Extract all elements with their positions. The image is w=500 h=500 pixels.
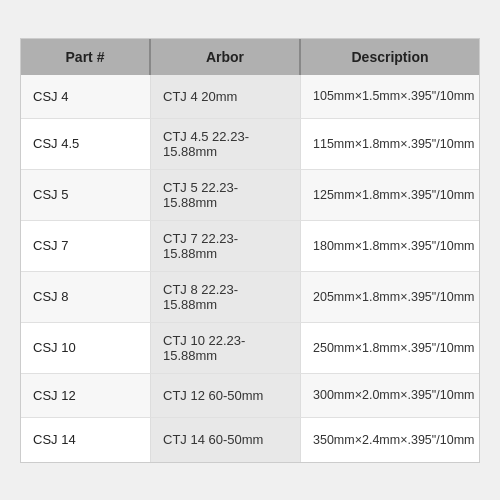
product-table: Part # Arbor Description CSJ 4CTJ 4 20mm… xyxy=(20,38,480,463)
header-part: Part # xyxy=(21,39,151,75)
table-row: CSJ 5CTJ 5 22.23-15.88mm125mm×1.8mm×.395… xyxy=(21,170,479,221)
cell-part-number: CSJ 14 xyxy=(21,418,151,462)
header-description: Description xyxy=(301,39,479,75)
cell-part-number: CSJ 5 xyxy=(21,170,151,220)
cell-arbor: CTJ 10 22.23-15.88mm xyxy=(151,323,301,373)
cell-arbor: CTJ 4 20mm xyxy=(151,75,301,118)
cell-arbor: CTJ 7 22.23-15.88mm xyxy=(151,221,301,271)
header-arbor: Arbor xyxy=(151,39,301,75)
cell-part-number: CSJ 7 xyxy=(21,221,151,271)
table-row: CSJ 4CTJ 4 20mm105mm×1.5mm×.395"/10mm xyxy=(21,75,479,119)
cell-part-number: CSJ 8 xyxy=(21,272,151,322)
cell-description: 125mm×1.8mm×.395"/10mm xyxy=(301,170,486,220)
cell-part-number: CSJ 4.5 xyxy=(21,119,151,169)
cell-arbor: CTJ 5 22.23-15.88mm xyxy=(151,170,301,220)
table-row: CSJ 7CTJ 7 22.23-15.88mm180mm×1.8mm×.395… xyxy=(21,221,479,272)
table-row: CSJ 14CTJ 14 60-50mm350mm×2.4mm×.395"/10… xyxy=(21,418,479,462)
table-row: CSJ 8CTJ 8 22.23-15.88mm205mm×1.8mm×.395… xyxy=(21,272,479,323)
cell-part-number: CSJ 4 xyxy=(21,75,151,118)
table-body: CSJ 4CTJ 4 20mm105mm×1.5mm×.395"/10mmCSJ… xyxy=(21,75,479,462)
table-row: CSJ 4.5CTJ 4.5 22.23-15.88mm115mm×1.8mm×… xyxy=(21,119,479,170)
cell-description: 205mm×1.8mm×.395"/10mm xyxy=(301,272,486,322)
cell-description: 250mm×1.8mm×.395"/10mm xyxy=(301,323,486,373)
cell-arbor: CTJ 8 22.23-15.88mm xyxy=(151,272,301,322)
cell-description: 180mm×1.8mm×.395"/10mm xyxy=(301,221,486,271)
cell-arbor: CTJ 12 60-50mm xyxy=(151,374,301,417)
table-header: Part # Arbor Description xyxy=(21,39,479,75)
cell-description: 350mm×2.4mm×.395"/10mm xyxy=(301,418,486,462)
cell-description: 105mm×1.5mm×.395"/10mm xyxy=(301,75,486,118)
table-row: CSJ 12CTJ 12 60-50mm300mm×2.0mm×.395"/10… xyxy=(21,374,479,418)
cell-arbor: CTJ 14 60-50mm xyxy=(151,418,301,462)
table-row: CSJ 10CTJ 10 22.23-15.88mm250mm×1.8mm×.3… xyxy=(21,323,479,374)
cell-description: 115mm×1.8mm×.395"/10mm xyxy=(301,119,486,169)
cell-description: 300mm×2.0mm×.395"/10mm xyxy=(301,374,486,417)
cell-arbor: CTJ 4.5 22.23-15.88mm xyxy=(151,119,301,169)
cell-part-number: CSJ 12 xyxy=(21,374,151,417)
cell-part-number: CSJ 10 xyxy=(21,323,151,373)
